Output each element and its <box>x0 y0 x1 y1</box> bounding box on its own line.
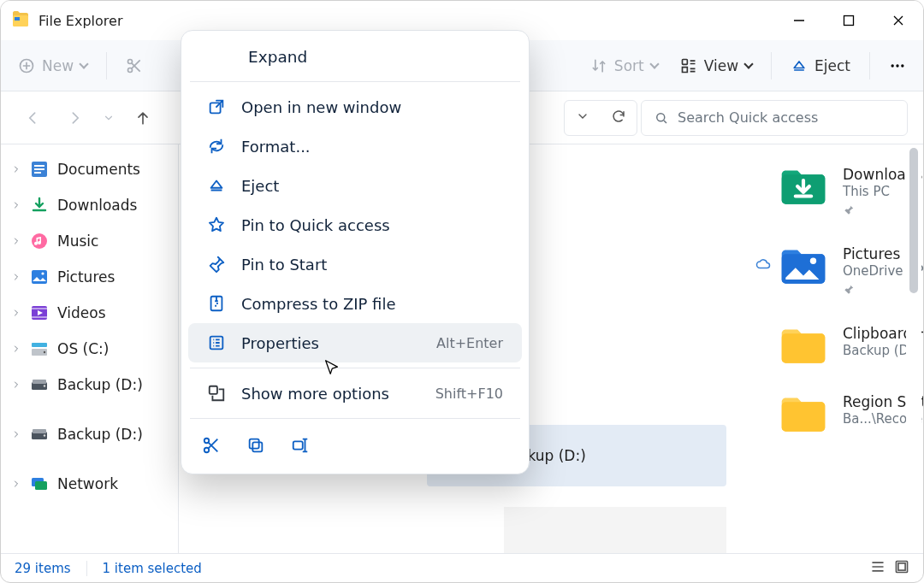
os-c-icon <box>30 339 49 358</box>
expand-chevron-icon[interactable] <box>11 340 21 357</box>
refresh-icon[interactable] <box>611 109 626 127</box>
ctx-more-label: Show more options <box>241 385 389 403</box>
sort-button[interactable]: Sort <box>580 50 668 81</box>
status-selection: 1 item selected <box>103 561 202 576</box>
downloads-icon <box>30 196 49 215</box>
ctx-rename-icon[interactable] <box>291 436 310 458</box>
pin-start-icon <box>207 255 226 274</box>
sidebar-item-os-c[interactable]: OS (C:) <box>4 331 175 367</box>
sidebar-item-label: Music <box>57 233 98 250</box>
nav-back[interactable] <box>16 101 50 135</box>
tile-downloads[interactable]: DownloadsThis PC <box>778 165 923 219</box>
tile-folder[interactable]: Clipboard History Win 11Backup (D:) <box>778 324 923 367</box>
sidebar-item-label: Pictures <box>57 268 115 286</box>
window-title: File Explorer <box>38 13 122 29</box>
sidebar-item-videos[interactable]: Videos <box>4 295 175 331</box>
nav-recent[interactable] <box>98 101 119 135</box>
more-button[interactable] <box>879 50 916 81</box>
videos-icon <box>30 303 49 322</box>
sidebar-item-label: Backup (D:) <box>57 426 143 443</box>
folder-icon <box>778 324 829 367</box>
new-button[interactable]: New <box>8 50 98 81</box>
status-item-count: 29 items <box>15 561 71 576</box>
nav-up[interactable] <box>126 101 160 135</box>
expand-chevron-icon[interactable] <box>11 197 21 214</box>
view-list-icon[interactable] <box>870 559 886 578</box>
sidebar-item-label: Videos <box>57 304 106 321</box>
ctx-pin-quick[interactable]: Pin to Quick access <box>188 205 522 244</box>
ctx-item-label: Pin to Start <box>241 256 327 274</box>
expand-chevron-icon[interactable] <box>11 268 21 286</box>
sidebar-item-label: Documents <box>57 161 140 178</box>
backup-d2-icon <box>30 425 49 444</box>
compress-zip-icon <box>207 294 226 313</box>
ctx-eject[interactable]: Eject <box>188 166 522 205</box>
nav-forward[interactable] <box>57 101 92 135</box>
expand-chevron-icon[interactable] <box>11 233 21 250</box>
sidebar-item-backup-d2[interactable]: Backup (D:) <box>4 416 175 452</box>
music-icon <box>30 232 49 250</box>
app-icon <box>11 9 30 32</box>
ctx-expand-label: Expand <box>248 48 307 66</box>
ctx-copy-icon[interactable] <box>246 436 265 458</box>
ctx-properties[interactable]: PropertiesAlt+Enter <box>188 323 522 362</box>
maximize-button[interactable] <box>824 1 874 40</box>
ctx-expand[interactable]: Expand <box>188 38 522 76</box>
svg-rect-33 <box>844 16 854 26</box>
sidebar-item-label: Backup (D:) <box>57 376 143 393</box>
folder-icon <box>778 392 829 435</box>
sidebar-item-network[interactable]: Network <box>4 466 175 502</box>
ctx-item-label: Eject <box>241 177 279 195</box>
folder-icon <box>778 244 829 287</box>
sidebar-item-documents[interactable]: Documents <box>4 151 175 187</box>
vertical-scrollbar[interactable] <box>906 144 921 553</box>
ctx-compress-zip[interactable]: Compress to ZIP file <box>188 284 522 323</box>
format-icon <box>207 137 226 156</box>
ctx-show-more-options[interactable]: Show more options Shift+F10 <box>188 374 522 413</box>
context-menu: Expand Open in new windowFormat...EjectP… <box>181 30 530 474</box>
eject-label: Eject <box>814 57 850 74</box>
view-grid-icon[interactable] <box>894 559 909 578</box>
documents-icon <box>30 160 49 179</box>
sidebar-item-label: OS (C:) <box>57 340 109 357</box>
sidebar-item-backup-d[interactable]: Backup (D:) <box>4 367 175 403</box>
sort-label: Sort <box>614 57 644 74</box>
open-new-window-icon <box>207 97 226 116</box>
cloud-icon <box>755 256 771 275</box>
ctx-format[interactable]: Format... <box>188 127 522 166</box>
ctx-open-new-window[interactable]: Open in new window <box>188 87 522 127</box>
sidebar-item-music[interactable]: Music <box>4 223 175 259</box>
search-input[interactable]: Search Quick access <box>641 100 908 136</box>
sidebar-item-label: Downloads <box>57 197 137 214</box>
expand-chevron-icon[interactable] <box>11 426 21 443</box>
view-button[interactable]: View <box>670 50 762 81</box>
ctx-item-shortcut: Alt+Enter <box>436 335 503 351</box>
ctx-item-label: Pin to Quick access <box>241 216 390 234</box>
network-icon <box>30 474 49 493</box>
expand-chevron-icon[interactable] <box>11 475 21 492</box>
expand-chevron-icon[interactable] <box>11 376 21 393</box>
ctx-pin-start[interactable]: Pin to Start <box>188 244 522 284</box>
address-dropdown-icon[interactable] <box>576 109 589 127</box>
ctx-cut-icon[interactable] <box>202 436 221 458</box>
tile-pictures[interactable]: PicturesOneDrive - Personal <box>778 244 923 298</box>
pictures-icon <box>30 268 49 286</box>
search-placeholder: Search Quick access <box>678 109 818 126</box>
pin-quick-icon <box>207 215 226 234</box>
properties-icon <box>207 333 226 352</box>
eject-button[interactable]: Eject <box>780 50 861 81</box>
expand-chevron-icon[interactable] <box>11 304 21 321</box>
backup-d-icon <box>30 375 49 394</box>
sidebar: DocumentsDownloadsMusicPicturesVideosOS … <box>1 144 179 553</box>
selection-shade <box>504 507 726 553</box>
minimize-button[interactable] <box>774 1 824 40</box>
sidebar-item-downloads[interactable]: Downloads <box>4 187 175 223</box>
new-label: New <box>42 57 74 74</box>
close-button[interactable] <box>874 1 923 40</box>
file-explorer-window: File Explorer New Sort View <box>0 0 924 583</box>
ctx-item-label: Properties <box>241 334 319 352</box>
expand-chevron-icon[interactable] <box>11 161 21 178</box>
sidebar-item-pictures[interactable]: Pictures <box>4 259 175 295</box>
cut-button[interactable] <box>116 50 153 81</box>
tile-folder[interactable]: Region Settings Windows...Ba...\Recover … <box>778 392 923 435</box>
